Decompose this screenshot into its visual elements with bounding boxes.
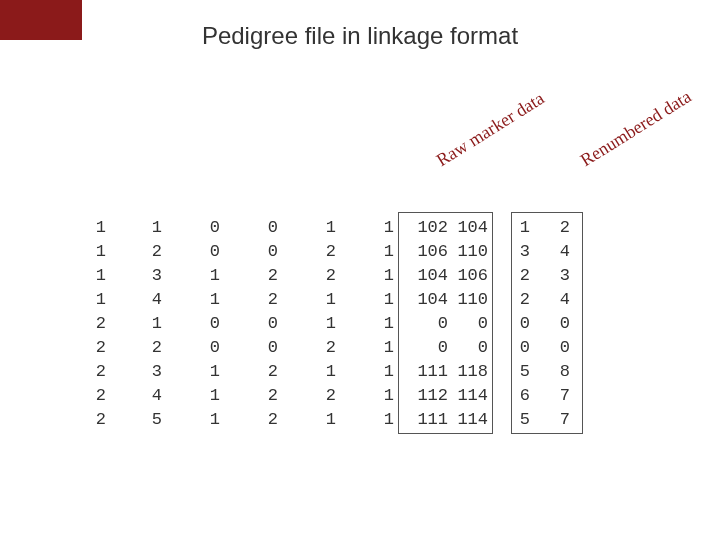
slide-title: Pedigree file in linkage format — [0, 22, 720, 50]
table-row: 24122111211467 — [88, 384, 570, 408]
pedigree-table: 1100111021041212002110611034131221104106… — [88, 216, 570, 432]
table-row: 2200210000 — [88, 336, 570, 360]
label-raw-marker-data: Raw marker data — [433, 88, 548, 171]
label-renumbered-data: Renumbered data — [577, 86, 695, 171]
table-row: 23121111111858 — [88, 360, 570, 384]
table-row: 25121111111457 — [88, 408, 570, 432]
table-row: 12002110611034 — [88, 240, 570, 264]
table-row: 2100110000 — [88, 312, 570, 336]
table-row: 11001110210412 — [88, 216, 570, 240]
table-row: 13122110410623 — [88, 264, 570, 288]
table-row: 14121110411024 — [88, 288, 570, 312]
